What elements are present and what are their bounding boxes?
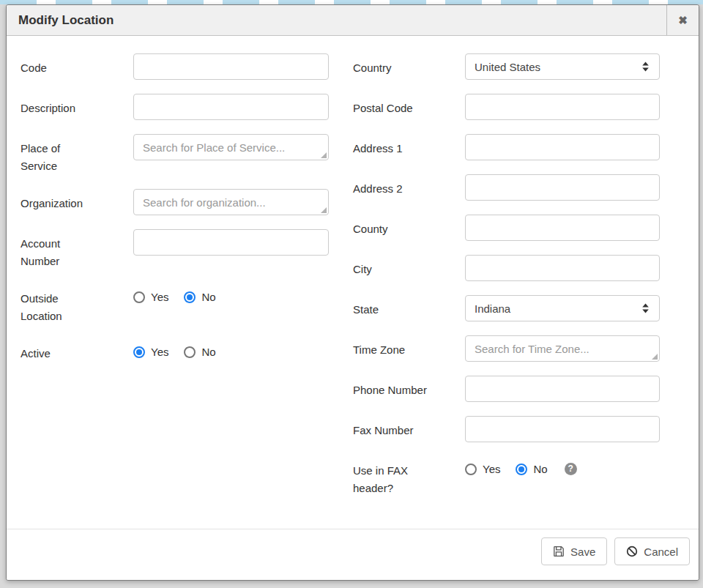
resize-grip-icon: [321, 152, 327, 158]
radio-unselected-icon[interactable]: [133, 291, 145, 303]
use-in-fax-header-radio-yes-label: Yes: [483, 463, 500, 475]
time-zone-label: Time Zone: [353, 335, 465, 362]
field-row-county: County: [353, 215, 660, 241]
postal-code-input[interactable]: [465, 94, 660, 120]
cancel-button[interactable]: Cancel: [614, 537, 690, 565]
city-input[interactable]: [465, 255, 660, 281]
field-row-code: Code: [21, 53, 329, 80]
active-control: YesNo: [133, 339, 329, 365]
fax-number-label: Fax Number: [353, 416, 465, 442]
phone-number-label: Phone Number: [353, 376, 465, 402]
fax-number-control: [465, 416, 660, 442]
close-button[interactable]: ✖: [666, 5, 699, 35]
field-row-active: ActiveYesNo: [21, 339, 329, 365]
state-control: Indiana: [465, 295, 660, 321]
modal-title: Modify Location: [7, 5, 666, 35]
field-row-postal-code: Postal Code: [353, 94, 660, 120]
description-control: [133, 94, 329, 120]
use-in-fax-header-radio-no[interactable]: No: [516, 463, 547, 475]
outside-location-control: YesNo: [133, 284, 329, 325]
account-number-input[interactable]: [133, 229, 329, 256]
address-2-input[interactable]: [465, 174, 660, 201]
active-radio-group: YesNo: [133, 339, 329, 358]
address-2-control: [465, 174, 660, 201]
description-input[interactable]: [133, 94, 329, 120]
time-zone-search[interactable]: [465, 335, 660, 362]
postal-code-label: Postal Code: [353, 94, 465, 120]
modal-body: CodeDescriptionPlace of ServiceOrganizat…: [7, 36, 699, 511]
phone-number-control: [465, 376, 660, 402]
code-input[interactable]: [133, 53, 329, 80]
save-button[interactable]: Save: [541, 537, 607, 565]
save-button-label: Save: [570, 546, 595, 558]
field-row-phone-number: Phone Number: [353, 376, 660, 402]
active-label: Active: [21, 339, 133, 365]
form-column-right: CountryUnited StatesPostal CodeAddress 1…: [353, 53, 660, 511]
radio-unselected-icon[interactable]: [184, 346, 196, 358]
field-row-place-of-service: Place of Service: [21, 134, 329, 175]
field-row-city: City: [353, 255, 660, 281]
place-of-service-control: [133, 134, 329, 175]
modify-location-modal: Modify Location ✖ CodeDescriptionPlace o…: [6, 4, 699, 581]
city-label: City: [353, 255, 465, 281]
code-control: [133, 53, 329, 80]
country-select[interactable]: United States: [465, 53, 660, 80]
country-select-value: United States: [475, 61, 540, 73]
radio-unselected-icon[interactable]: [465, 464, 477, 475]
country-control: United States: [465, 53, 660, 80]
use-in-fax-header-radio-group: YesNo?: [465, 456, 660, 475]
field-row-time-zone: Time Zone: [353, 335, 660, 362]
organization-control: [133, 189, 329, 215]
organization-label: Organization: [21, 189, 133, 215]
outside-location-radio-no[interactable]: No: [184, 291, 215, 303]
resize-grip-icon: [652, 354, 658, 360]
phone-number-input[interactable]: [465, 376, 660, 402]
save-icon: [553, 546, 565, 557]
account-number-label: Account Number: [21, 229, 133, 270]
use-in-fax-header-radio-yes[interactable]: Yes: [465, 463, 500, 475]
active-radio-no[interactable]: No: [184, 346, 215, 358]
updown-arrows-icon: [641, 303, 650, 313]
outside-location-radio-yes[interactable]: Yes: [133, 291, 168, 303]
modal-footer: Save Cancel: [7, 529, 699, 580]
county-input[interactable]: [465, 215, 660, 241]
state-select[interactable]: Indiana: [465, 295, 660, 321]
address-1-input[interactable]: [465, 134, 660, 160]
active-radio-yes[interactable]: Yes: [133, 346, 168, 358]
cancel-icon: [626, 546, 638, 557]
place-of-service-search[interactable]: [133, 134, 329, 160]
fax-number-input[interactable]: [465, 416, 660, 442]
field-row-use-in-fax-header: Use in FAX header?YesNo?: [353, 456, 660, 497]
use-in-fax-header-radio-no-label: No: [533, 463, 547, 475]
postal-code-control: [465, 94, 660, 120]
field-row-address-1: Address 1: [353, 134, 660, 160]
field-row-country: CountryUnited States: [353, 53, 660, 80]
use-in-fax-header-control: YesNo?: [465, 456, 660, 497]
place-of-service-search-input[interactable]: [133, 134, 329, 160]
help-icon[interactable]: ?: [565, 463, 577, 475]
field-row-state: StateIndiana: [353, 295, 660, 321]
radio-selected-icon[interactable]: [516, 464, 527, 475]
active-radio-yes-label: Yes: [151, 346, 168, 358]
time-zone-control: [465, 335, 660, 362]
modal-header: Modify Location ✖: [7, 5, 699, 36]
city-control: [465, 255, 660, 281]
county-control: [465, 215, 660, 241]
active-radio-no-label: No: [201, 346, 215, 358]
organization-search-input[interactable]: [133, 189, 329, 215]
field-row-outside-location: Outside LocationYesNo: [21, 284, 329, 325]
account-number-control: [133, 229, 329, 270]
organization-search[interactable]: [133, 189, 329, 215]
radio-selected-icon[interactable]: [184, 291, 196, 303]
resize-grip-icon: [321, 207, 327, 213]
field-row-organization: Organization: [21, 189, 329, 215]
radio-selected-icon[interactable]: [133, 346, 145, 358]
outside-location-radio-group: YesNo: [133, 284, 329, 303]
form-column-left: CodeDescriptionPlace of ServiceOrganizat…: [21, 53, 329, 511]
field-row-address-2: Address 2: [353, 174, 660, 201]
field-row-account-number: Account Number: [21, 229, 329, 270]
time-zone-search-input[interactable]: [465, 335, 660, 362]
cancel-button-label: Cancel: [644, 546, 678, 558]
description-label: Description: [21, 94, 133, 120]
close-icon: ✖: [678, 14, 688, 27]
